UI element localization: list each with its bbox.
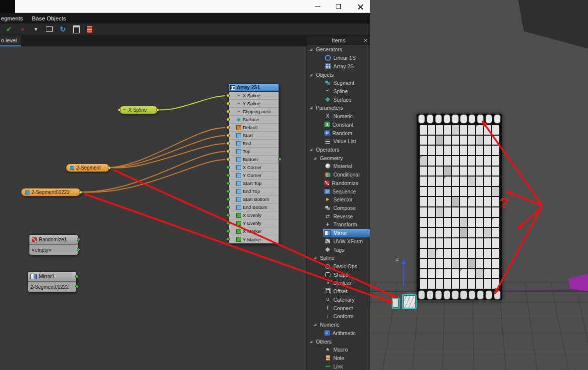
- input-socket[interactable]: [226, 166, 230, 169]
- array-input-clipping-area[interactable]: Clipping area: [229, 108, 279, 116]
- items-item-arithmetic[interactable]: Arithmetic: [307, 329, 370, 337]
- items-section-others[interactable]: Others: [307, 337, 370, 346]
- menu-item-egments[interactable]: egments: [1, 15, 23, 21]
- output-socket[interactable]: [79, 190, 82, 194]
- x-spline-node[interactable]: X Spline: [119, 106, 158, 114]
- array-input-top[interactable]: Top: [229, 148, 279, 156]
- array-input-x-spline[interactable]: X Spline: [229, 92, 279, 100]
- array-input-x-corner[interactable]: X Corner: [229, 164, 279, 172]
- display-icon[interactable]: [45, 25, 54, 34]
- viewport-3d[interactable]: z: [370, 0, 588, 370]
- array-input-end-top[interactable]: End Top: [229, 187, 279, 195]
- items-section-parameters[interactable]: Parameters: [307, 104, 370, 112]
- items-subsection-spline[interactable]: Spline: [307, 254, 370, 262]
- items-item-mirror[interactable]: Mirror: [307, 229, 370, 237]
- array-input-start[interactable]: Start: [229, 132, 279, 140]
- items-item-conditional[interactable]: Conditional: [307, 171, 370, 179]
- items-item-random[interactable]: Random: [307, 129, 370, 137]
- items-section-generators[interactable]: Generators: [307, 45, 370, 54]
- array-input-start-top[interactable]: Start Top: [229, 180, 279, 187]
- segment-node[interactable]: 2-Segment: [66, 164, 110, 172]
- segment00222-node[interactable]: 2-Segment00222: [21, 188, 81, 196]
- input-socket[interactable]: [226, 102, 230, 105]
- items-item-link[interactable]: Link: [307, 362, 370, 370]
- input-socket[interactable]: [226, 94, 230, 97]
- items-section-operators[interactable]: Operators: [307, 146, 370, 154]
- input-socket[interactable]: [226, 150, 230, 153]
- array-input-default[interactable]: Default: [229, 124, 279, 132]
- input-socket[interactable]: [226, 110, 230, 113]
- items-panel-close-icon[interactable]: [362, 37, 369, 44]
- items-item-numeric[interactable]: Numeric: [307, 112, 370, 121]
- notes-icon[interactable]: [85, 25, 94, 34]
- record-icon[interactable]: [18, 25, 27, 34]
- output-socket[interactable]: [77, 248, 80, 251]
- output-socket[interactable]: [108, 166, 111, 170]
- tab-top-level[interactable]: o level: [0, 35, 21, 46]
- items-item-catenary[interactable]: Catenary: [307, 296, 370, 304]
- array-input-y-corner[interactable]: Y Corner: [229, 172, 279, 180]
- items-item-tags[interactable]: Tags: [307, 245, 370, 254]
- items-item-connect[interactable]: Connect: [307, 304, 370, 312]
- items-item-note[interactable]: Note: [307, 354, 370, 363]
- items-item-macro[interactable]: Macro: [307, 346, 370, 354]
- array-input-end-bottom[interactable]: End Bottom: [229, 203, 279, 211]
- items-item-randomize[interactable]: Randomize: [307, 179, 370, 187]
- items-item-shape[interactable]: Shape: [307, 270, 370, 279]
- items-item-offset[interactable]: Offset: [307, 287, 370, 296]
- items-item-compose[interactable]: Compose: [307, 204, 370, 212]
- array-input-end[interactable]: End: [229, 140, 279, 148]
- items-subsection-numeric[interactable]: Numeric: [307, 321, 370, 329]
- input-socket[interactable]: [226, 158, 230, 161]
- input-socket[interactable]: [226, 174, 230, 177]
- mirror-node-child[interactable]: 2-Segment00222: [28, 282, 76, 292]
- array-2s1-node[interactable]: Array 2S1 X SplineY SplineClipping areaS…: [228, 83, 279, 244]
- items-item-spline[interactable]: Spline: [307, 87, 370, 96]
- input-socket[interactable]: [226, 229, 230, 233]
- array-input-y-marker[interactable]: Y Marker: [229, 235, 279, 243]
- filter-icon[interactable]: [31, 25, 40, 34]
- input-socket[interactable]: [226, 134, 230, 137]
- mirror1-node[interactable]: Mirror1 2-Segment00222: [27, 271, 77, 292]
- output-socket[interactable]: [278, 158, 282, 161]
- items-subsection-geometry[interactable]: Geometry: [307, 154, 370, 162]
- items-item-sequence[interactable]: Sequence: [307, 187, 370, 195]
- close-button[interactable]: [352, 0, 369, 13]
- items-item-conform[interactable]: Conform: [307, 312, 370, 321]
- mirror-node-header[interactable]: Mirror1: [28, 272, 76, 282]
- input-socket[interactable]: [118, 108, 121, 112]
- input-socket[interactable]: [226, 126, 230, 129]
- items-item-transform[interactable]: Transform: [307, 220, 370, 229]
- minimize-button[interactable]: [309, 0, 326, 13]
- items-item-material[interactable]: Material: [307, 162, 370, 171]
- items-item-array-2s[interactable]: Array 2S: [307, 62, 370, 70]
- input-socket[interactable]: [226, 182, 230, 185]
- apply-check-icon[interactable]: [4, 25, 13, 34]
- items-item-boolean[interactable]: Boolean: [307, 279, 370, 287]
- output-socket[interactable]: [77, 238, 80, 241]
- array-input-bottom[interactable]: Bottom: [229, 156, 279, 164]
- input-socket[interactable]: [226, 189, 230, 193]
- items-item-surface[interactable]: Surface: [307, 95, 370, 104]
- input-socket[interactable]: [226, 213, 230, 217]
- input-socket[interactable]: [226, 221, 230, 225]
- array-input-y-spline[interactable]: Y Spline: [229, 100, 279, 108]
- items-item-segment[interactable]: Segment: [307, 79, 370, 87]
- items-panel-header[interactable]: Items: [307, 36, 370, 45]
- input-socket[interactable]: [226, 237, 230, 241]
- generated-building[interactable]: [417, 114, 502, 300]
- output-socket[interactable]: [156, 108, 159, 112]
- input-socket[interactable]: [226, 197, 230, 201]
- array-input-x-marker[interactable]: X Marker: [229, 227, 279, 235]
- selected-segment-object[interactable]: [402, 294, 417, 309]
- input-socket[interactable]: [226, 205, 230, 209]
- input-socket[interactable]: [226, 142, 230, 145]
- items-item-basic-ops[interactable]: Basic Ops: [307, 262, 370, 271]
- randomize1-node[interactable]: Randomize1 <empty>: [29, 234, 78, 255]
- refresh-icon[interactable]: [58, 25, 67, 34]
- randomize-node-child[interactable]: <empty>: [29, 245, 78, 255]
- items-item-reverse[interactable]: Reverse: [307, 212, 370, 220]
- array-input-surface[interactable]: Surface: [229, 116, 279, 124]
- array-input-x-evenly[interactable]: X Evenly: [229, 211, 279, 219]
- randomize-node-header[interactable]: Randomize1: [29, 235, 78, 245]
